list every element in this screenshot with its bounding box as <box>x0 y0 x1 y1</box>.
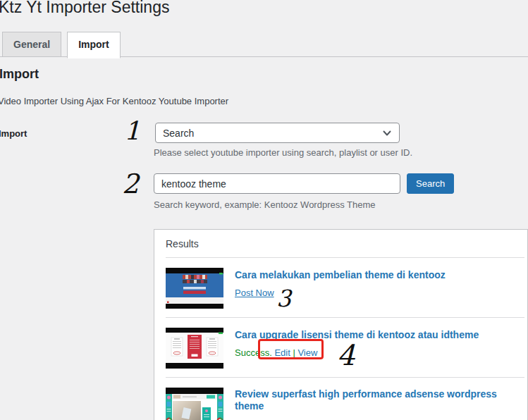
annotation-number-2: 2 <box>122 171 139 197</box>
keyword-input-help: Search keyword, example: Kentooz Wordpre… <box>154 199 376 210</box>
results-panel: Results Cara melak <box>154 229 528 420</box>
importer-type-selected-value: Search <box>163 128 382 139</box>
importer-type-select[interactable]: Search <box>155 123 400 143</box>
page-title: Ktz Yt Importer Settings <box>0 0 169 18</box>
tab-general[interactable]: General <box>2 32 61 57</box>
blue-storefront-video-thumbnail <box>166 268 223 309</box>
result-row: Review superfast high performance adsens… <box>166 378 524 420</box>
post-now-link[interactable]: Post Now <box>235 288 274 298</box>
search-button[interactable]: Search <box>407 173 454 194</box>
result-row: Cara melakukan pembelian theme di kentoo… <box>166 258 524 318</box>
import-field-label: Import <box>0 128 27 139</box>
chevron-down-icon <box>382 128 392 138</box>
results-heading: Results <box>166 230 524 258</box>
importer-select-help: Please select youtube importer using sea… <box>154 147 412 158</box>
result-title-link[interactable]: Review superfast high performance adsens… <box>235 388 524 412</box>
result-content: Cara melakukan pembelian theme di kentoo… <box>235 268 446 309</box>
result-title-link[interactable]: Cara melakukan pembelian theme di kentoo… <box>235 269 446 281</box>
pricing-table-video-thumbnail <box>166 328 223 369</box>
result-actions: Post Now <box>235 288 446 299</box>
annotation-number-4: 4 <box>337 341 355 369</box>
annotation-number-1: 1 <box>124 118 140 144</box>
result-content: Review superfast high performance adsens… <box>235 388 524 420</box>
annotation-number-3: 3 <box>276 287 291 310</box>
keyword-input[interactable] <box>154 173 400 194</box>
tab-import[interactable]: Import <box>67 32 121 58</box>
settings-tabs: General Import <box>2 32 126 57</box>
section-description: Video Importer Using Ajax For Kentooz Yo… <box>0 96 228 106</box>
teal-website-video-thumbnail <box>166 388 223 420</box>
section-heading: Import <box>0 67 39 82</box>
annotation-highlight-box <box>258 339 324 359</box>
